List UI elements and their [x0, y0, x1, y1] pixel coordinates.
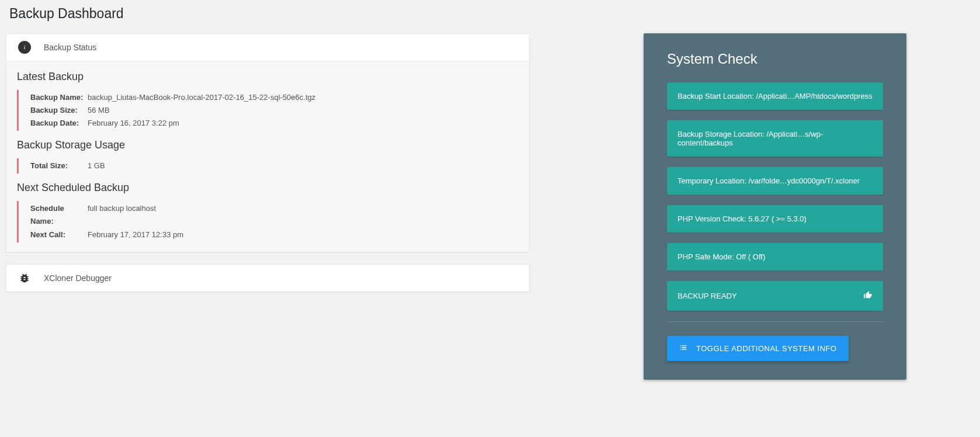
storage-usage-block: Total Size: 1 GB [17, 158, 519, 174]
list-icon [679, 343, 688, 354]
backup-name-label: Backup Name: [30, 91, 88, 104]
next-call-label: Next Call: [30, 228, 88, 241]
backup-date-label: Backup Date: [30, 117, 88, 130]
check-text: Backup Storage Location: /Applicati…s/wp… [677, 130, 873, 147]
divider [667, 321, 883, 322]
backup-date-value: February 16, 2017 3:22 pm [88, 117, 179, 130]
next-call-value: February 17, 2017 12:33 pm [88, 228, 183, 241]
storage-usage-title: Backup Storage Usage [13, 131, 522, 158]
check-text: Backup Start Location: /Applicati…AMP/ht… [677, 92, 873, 100]
check-php-safemode: PHP Safe Mode: Off ( Off) [667, 243, 883, 270]
thumbs-up-icon [863, 290, 873, 301]
backup-size-label: Backup Size: [30, 104, 88, 117]
check-text: PHP Safe Mode: Off ( Off) [677, 252, 873, 261]
backup-name-value: backup_Liutas-MacBook-Pro.local-2017-02-… [88, 91, 315, 104]
latest-backup-block: Backup Name: backup_Liutas-MacBook-Pro.l… [17, 90, 519, 131]
check-text: BACKUP READY [677, 292, 863, 300]
bug-icon [18, 272, 31, 285]
backup-status-card: Backup Status Latest Backup Backup Name:… [6, 33, 530, 252]
latest-backup-title: Latest Backup [13, 63, 522, 90]
toggle-button-label: TOGGLE ADDITIONAL SYSTEM INFO [696, 344, 837, 353]
toggle-system-info-button[interactable]: TOGGLE ADDITIONAL SYSTEM INFO [667, 336, 849, 361]
check-temp-location: Temporary Location: /var/folde…ydc0000gn… [667, 167, 883, 195]
schedule-name-value: full backup localhost [88, 202, 156, 228]
next-scheduled-block: Schedule Name: full backup localhost Nex… [17, 201, 519, 242]
page-title: Backup Dashboard [9, 6, 974, 22]
check-storage-location: Backup Storage Location: /Applicati…s/wp… [667, 120, 883, 157]
backup-status-header[interactable]: Backup Status [6, 34, 529, 61]
backup-status-label: Backup Status [44, 43, 96, 52]
check-start-location: Backup Start Location: /Applicati…AMP/ht… [667, 82, 883, 110]
system-check-title: System Check [667, 51, 883, 67]
backup-size-value: 56 MB [88, 104, 110, 117]
system-check-card: System Check Backup Start Location: /App… [644, 33, 906, 380]
check-text: Temporary Location: /var/folde…ydc0000gn… [677, 176, 873, 185]
debugger-card: XCloner Debugger [6, 264, 530, 292]
total-size-label: Total Size: [30, 159, 88, 172]
check-php-version: PHP Version Check: 5.6.27 ( >= 5.3.0) [667, 205, 883, 233]
debugger-label: XCloner Debugger [44, 273, 112, 283]
info-icon [18, 41, 31, 54]
debugger-header[interactable]: XCloner Debugger [6, 265, 529, 292]
schedule-name-label: Schedule Name: [30, 202, 88, 228]
next-scheduled-title: Next Scheduled Backup [13, 174, 522, 201]
total-size-value: 1 GB [88, 159, 105, 172]
check-backup-ready: BACKUP READY [667, 281, 883, 311]
check-text: PHP Version Check: 5.6.27 ( >= 5.3.0) [677, 214, 873, 223]
